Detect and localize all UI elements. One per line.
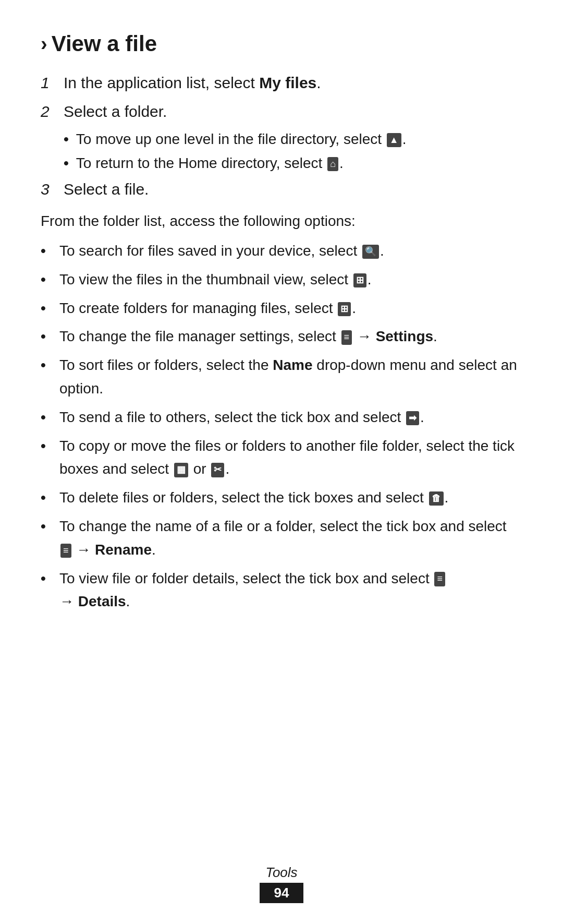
send-icon: ➡ <box>406 411 419 425</box>
bullet-dot-copy: • <box>41 435 52 458</box>
menu-rename-icon: ≡ <box>60 544 71 558</box>
bullet-dot-2: • <box>64 152 69 174</box>
sub-bullet-1: • To move up one level in the file direc… <box>64 128 522 150</box>
footer-page-number: 94 <box>260 883 304 903</box>
bullet-sort: • To sort files or folders, select the N… <box>41 354 522 401</box>
step-3: 3 Select a file. <box>41 177 522 201</box>
bullet-dot-rename: • <box>41 515 52 538</box>
home-dir-icon: ⌂ <box>327 157 338 171</box>
bullet-dot-sort: • <box>41 354 52 377</box>
bullet-dot-search: • <box>41 239 52 263</box>
bullet-details-text: To view file or folder details, select t… <box>59 567 522 614</box>
menu-settings-icon: ≡ <box>341 330 352 344</box>
bullet-dot-thumbnail: • <box>41 268 52 292</box>
chevron-icon: › <box>41 33 47 55</box>
page-title: View a file <box>52 31 157 56</box>
step-number-2: 2 <box>41 103 64 121</box>
bullet-sort-text: To sort files or folders, select the Nam… <box>59 354 522 401</box>
footer: Tools 94 <box>0 865 563 903</box>
section-intro: From the folder list, access the followi… <box>41 210 522 232</box>
page-title-section: › View a file <box>41 31 522 56</box>
main-bullets-list: • To search for files saved in your devi… <box>41 239 522 614</box>
bullet-thumbnail: • To view the files in the thumbnail vie… <box>41 268 522 292</box>
sub-bullet-1-text: To move up one level in the file directo… <box>76 128 407 150</box>
step-number-3: 3 <box>41 181 64 198</box>
copy-icon: ▦ <box>174 463 188 477</box>
bullet-dot-settings: • <box>41 325 52 349</box>
bullet-rename: • To change the name of a file or a fold… <box>41 515 522 562</box>
step-1-text: In the application list, select My files… <box>64 71 321 94</box>
sub-bullet-2-text: To return to the Home directory, select … <box>76 152 344 174</box>
bullet-details: • To view file or folder details, select… <box>41 567 522 614</box>
sub-bullet-2: • To return to the Home directory, selec… <box>64 152 522 174</box>
bullet-dot-send: • <box>41 406 52 429</box>
step-3-text: Select a file. <box>64 177 149 201</box>
thumbnail-view-icon: ⊞ <box>353 273 366 287</box>
bullet-dot-delete: • <box>41 486 52 510</box>
bullet-dot-create: • <box>41 297 52 320</box>
bullet-send-text: To send a file to others, select the tic… <box>59 406 522 429</box>
search-icon: 🔍 <box>362 245 379 259</box>
bullet-settings-text: To change the file manager settings, sel… <box>59 325 522 349</box>
bullet-dot: • <box>64 128 69 150</box>
bullet-copy-text: To copy or move the files or folders to … <box>59 435 522 482</box>
bullet-rename-text: To change the name of a file or a folder… <box>59 515 522 562</box>
create-folder-icon: ⊞ <box>338 302 351 316</box>
cut-icon: ✂ <box>211 463 224 477</box>
step-2: 2 Select a folder. <box>41 100 522 123</box>
step-2-text: Select a folder. <box>64 100 167 123</box>
bullet-dot-details: • <box>41 567 52 591</box>
step-1: 1 In the application list, select My fil… <box>41 71 522 94</box>
up-level-icon: ▲ <box>387 133 401 147</box>
bullet-thumbnail-text: To view the files in the thumbnail view,… <box>59 268 522 292</box>
step-number-1: 1 <box>41 74 64 92</box>
bullet-delete-text: To delete files or folders, select the t… <box>59 486 522 510</box>
bullet-settings: • To change the file manager settings, s… <box>41 325 522 349</box>
bullet-search-text: To search for files saved in your device… <box>59 239 522 263</box>
bullet-search: • To search for files saved in your devi… <box>41 239 522 263</box>
bullet-send: • To send a file to others, select the t… <box>41 406 522 429</box>
menu-details-icon: ≡ <box>434 572 445 586</box>
step-2-subbullets: • To move up one level in the file direc… <box>64 128 522 174</box>
delete-icon: 🗑 <box>429 491 444 506</box>
footer-section-label: Tools <box>0 865 563 881</box>
bullet-create-folder-text: To create folders for managing files, se… <box>59 297 522 320</box>
bullet-create-folder: • To create folders for managing files, … <box>41 297 522 320</box>
bullet-copy-move: • To copy or move the files or folders t… <box>41 435 522 482</box>
bullet-delete: • To delete files or folders, select the… <box>41 486 522 510</box>
